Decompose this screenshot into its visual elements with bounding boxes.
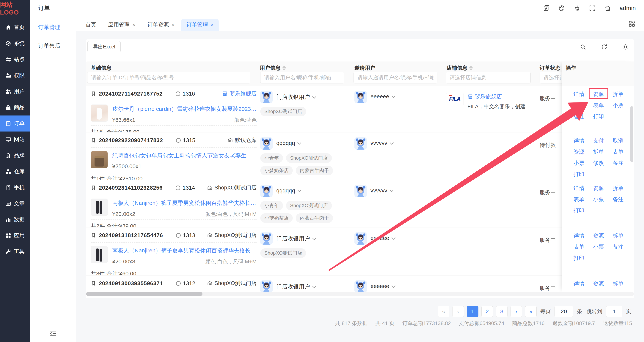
op-link[interactable]: 修改	[593, 159, 604, 167]
user-info-name[interactable]: 门店收银用户	[276, 283, 316, 291]
collapse-menu-icon[interactable]	[49, 329, 58, 338]
invite-user-name[interactable]: eeeeee	[370, 93, 395, 100]
op-link[interactable]: 小票	[593, 196, 604, 203]
product-title-link[interactable]: 南极人（Nanjiren）裤子夏季男宽松休闲百搭裤华夫格长裤运动裤子...	[112, 247, 256, 255]
sidebar-item-site[interactable]: 站点	[0, 51, 30, 67]
op-link[interactable]: 拆单	[593, 148, 604, 156]
op-link[interactable]: 打印	[593, 113, 604, 120]
invite-user-name[interactable]: eeeeee	[370, 235, 395, 241]
op-link[interactable]: 表单	[613, 148, 624, 156]
filter-input[interactable]	[446, 72, 531, 83]
sidebar-item-brand[interactable]: 品牌	[0, 148, 30, 164]
op-link[interactable]: 打印	[574, 255, 584, 262]
op-link[interactable]: 表单	[574, 196, 584, 203]
username[interactable]: admin	[620, 5, 636, 11]
per-page-input[interactable]	[554, 306, 573, 317]
filter-input[interactable]	[87, 72, 250, 83]
op-link[interactable]: 备注	[613, 196, 624, 203]
op-link[interactable]: 资源	[593, 232, 604, 240]
invite-user-name[interactable]: eeeeee	[370, 283, 395, 289]
tab-应用管理[interactable]: 应用管理×	[103, 19, 140, 31]
tab-订单资源[interactable]: 订单资源×	[142, 19, 180, 31]
op-link[interactable]: 拆单	[613, 232, 624, 240]
op-link[interactable]: 备注	[613, 243, 624, 251]
user-info-name[interactable]: 门店收银用户	[276, 235, 316, 243]
user-info-name[interactable]: 门店收银用户	[276, 93, 316, 101]
sidebar-item-data[interactable]: 数据	[0, 212, 30, 228]
user-info-name[interactable]: qqqqqq	[276, 187, 301, 194]
apps-grid-icon[interactable]	[628, 20, 636, 27]
op-link[interactable]: 详情	[574, 232, 584, 240]
sidebar-item-auth[interactable]: 权限	[0, 67, 30, 83]
sort-icon[interactable]	[469, 65, 473, 71]
op-link[interactable]: 详情	[574, 137, 584, 145]
page-first-button[interactable]: «	[438, 306, 449, 317]
sidebar-item-user[interactable]: 用户	[0, 83, 30, 99]
refresh-icon[interactable]	[601, 43, 608, 50]
filter-input[interactable]	[354, 72, 438, 83]
translate-icon[interactable]	[543, 5, 550, 11]
close-icon[interactable]: ×	[211, 22, 214, 28]
jump-input[interactable]	[606, 306, 622, 317]
submenu-item-order-aftersale[interactable]: 订单售后	[30, 38, 76, 54]
submenu-item-order-manage[interactable]: 订单管理	[30, 19, 76, 35]
sidebar-item-tool[interactable]: 工具	[0, 244, 30, 260]
page-prev-button[interactable]: ‹	[452, 306, 464, 317]
search-icon[interactable]	[580, 43, 586, 50]
op-link[interactable]: 批次	[574, 102, 584, 109]
op-link[interactable]: 表单	[574, 243, 584, 251]
shop-link[interactable]: 斐乐旗舰店	[222, 90, 256, 97]
user-info-name[interactable]: qqqqqq	[276, 140, 301, 146]
sidebar-item-web[interactable]: 网站	[0, 131, 30, 148]
clean-icon[interactable]	[574, 5, 580, 11]
op-link[interactable]: 支付	[593, 137, 604, 145]
export-excel-button[interactable]: 导出Excel	[88, 41, 121, 52]
horizontal-scrollbar-thumb[interactable]	[86, 292, 202, 296]
sidebar-item-warehouse[interactable]: 仓库	[0, 164, 30, 180]
op-link[interactable]: 小票	[593, 243, 604, 251]
sidebar-item-mobile[interactable]: 手机	[0, 180, 30, 196]
op-link[interactable]: 拆单	[613, 280, 624, 288]
store-link[interactable]: 斐乐旗舰店	[468, 93, 502, 100]
op-link[interactable]: 表单	[593, 102, 604, 109]
invite-user-name[interactable]: vvvvvv	[370, 140, 393, 146]
filter-input[interactable]	[260, 72, 344, 83]
op-link[interactable]: 拆单	[613, 90, 624, 98]
tab-订单管理[interactable]: 订单管理×	[181, 19, 219, 31]
sidebar-item-home[interactable]: 首页	[0, 19, 30, 35]
theme-icon[interactable]	[558, 5, 565, 11]
product-title-link[interactable]: 南极人（Nanjiren）裤子夏季男宽松休闲百搭裤华夫格长裤运动裤子...	[112, 199, 256, 207]
sort-icon[interactable]	[282, 65, 286, 71]
page-number-button[interactable]: 1	[467, 306, 478, 317]
sidebar-item-article[interactable]: 文章	[0, 196, 30, 212]
tab-首页[interactable]: 首页	[80, 19, 102, 31]
op-link[interactable]: 资源	[593, 185, 604, 192]
op-link[interactable]: 打印	[574, 171, 584, 178]
invite-user-name[interactable]: vvvvvv	[370, 187, 393, 194]
page-last-button[interactable]: »	[525, 306, 536, 317]
sidebar-item-app[interactable]: 应用	[0, 228, 30, 244]
op-link[interactable]: 小票	[613, 102, 624, 109]
sidebar-item-order[interactable]: 订单	[0, 115, 30, 131]
op-link[interactable]: 拆单	[613, 185, 624, 192]
sidebar-item-goods[interactable]: 商品	[0, 99, 30, 115]
op-link[interactable]: 资源	[593, 90, 604, 98]
op-link[interactable]: 打印	[574, 207, 584, 214]
op-link[interactable]: 备注	[574, 113, 584, 120]
close-icon[interactable]: ×	[132, 22, 135, 28]
page-next-button[interactable]: ›	[510, 306, 522, 317]
op-link[interactable]: 详情	[574, 185, 584, 192]
op-link[interactable]: 备注	[613, 159, 624, 167]
op-link[interactable]: 资源	[593, 280, 604, 288]
product-title-link[interactable]: 纪诗哲包包女包单肩包女士斜挎包情人节送女友老婆生日礼物 【全国...	[112, 152, 256, 159]
page-number-button[interactable]: 2	[482, 306, 493, 317]
vertical-scrollbar-thumb[interactable]	[630, 106, 633, 162]
close-icon[interactable]: ×	[172, 22, 174, 28]
op-link[interactable]: 详情	[574, 90, 584, 98]
op-link[interactable]: 取消	[613, 137, 624, 145]
product-title-link[interactable]: 皮尔卡丹（pierre cardin）雪纺碎花连衣裙女装夏装2023年新款小个.…	[112, 105, 256, 113]
fullscreen-icon[interactable]	[589, 5, 596, 11]
sidebar-item-system[interactable]: 系统	[0, 35, 30, 51]
op-link[interactable]: 资源	[574, 148, 584, 156]
page-number-button[interactable]: 3	[496, 306, 508, 317]
